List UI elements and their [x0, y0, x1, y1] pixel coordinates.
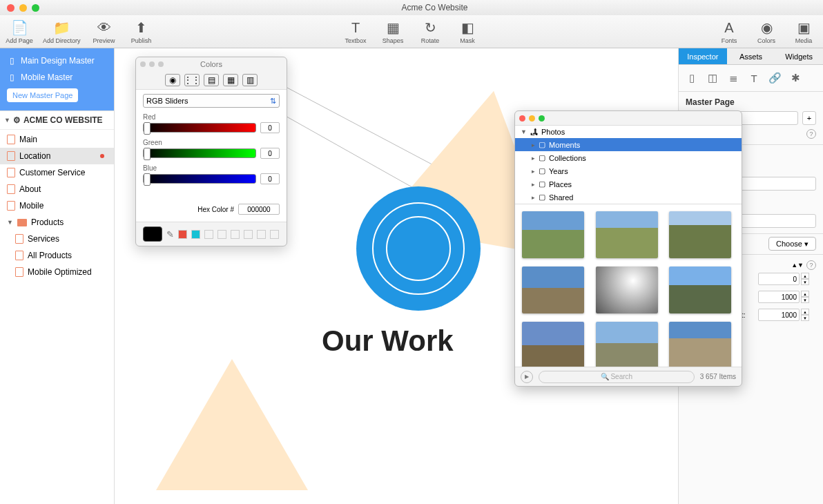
spectrum-icon[interactable]: ▦ [223, 74, 238, 86]
layout-value-input[interactable] [758, 273, 800, 285]
sidebar-page-item[interactable]: Mobile [0, 197, 114, 214]
layout-value-input[interactable] [758, 309, 800, 321]
close-icon[interactable] [7, 4, 14, 12]
add-page-button[interactable]: 📄Add Page [6, 18, 33, 44]
empty-swatch[interactable] [270, 230, 279, 239]
slider-mode-select[interactable]: RGB Sliders⇅ [143, 94, 280, 108]
photos-root[interactable]: ▼🏞 Photos [515, 126, 742, 138]
media-button[interactable]: ▣Media [790, 18, 817, 44]
current-color-swatch[interactable] [143, 226, 162, 242]
fonts-button[interactable]: AFonts [715, 18, 743, 44]
publish-button[interactable]: ⬆Publish [128, 18, 155, 44]
rotate-button[interactable]: ↻Rotate [416, 18, 444, 44]
blue-slider[interactable] [143, 174, 256, 184]
master-item[interactable]: ▯Main Design Master [0, 52, 114, 69]
hex-input[interactable] [238, 204, 280, 215]
preview-icon: 👁 [95, 18, 114, 37]
empty-swatch[interactable] [257, 230, 266, 239]
settings-icon[interactable]: ✱ [788, 70, 803, 86]
preview-button[interactable]: 👁Preview [90, 18, 118, 44]
sliders-icon[interactable]: ⋮⋮ [184, 74, 200, 86]
stepper[interactable]: ▲▼ [801, 309, 809, 321]
tab-assets[interactable]: Assets [727, 48, 775, 64]
red-slider[interactable] [143, 123, 256, 133]
tree-item[interactable]: ▸▢Years [515, 164, 742, 177]
zoom-icon[interactable] [539, 115, 545, 122]
minimize-icon[interactable] [19, 4, 27, 12]
tree-item[interactable]: ▸▢Places [515, 177, 742, 191]
photo-thumbnail[interactable] [522, 322, 584, 367]
master-item[interactable]: ▯Mobile Master [0, 69, 114, 86]
sidebar-page-item[interactable]: Location [0, 148, 114, 164]
window-traffic-lights[interactable] [7, 4, 39, 12]
red-value[interactable] [260, 122, 280, 133]
heading-text[interactable]: Our Work [322, 324, 454, 358]
minimize-icon[interactable] [529, 115, 535, 122]
green-slider[interactable] [143, 148, 256, 158]
metrics-icon[interactable]: ≣ [726, 70, 741, 86]
color-mode-tabs[interactable]: ◉ ⋮⋮ ▤ ▦ ▥ [136, 71, 287, 89]
sidebar-page-item[interactable]: All Products [0, 247, 114, 264]
triangle-shape[interactable] [156, 359, 308, 490]
crayons-icon[interactable]: ▥ [242, 74, 258, 86]
photo-thumbnail[interactable] [522, 211, 584, 258]
help-icon[interactable]: ? [806, 260, 816, 270]
sidebar-page-item[interactable]: Services [0, 231, 114, 247]
play-icon[interactable]: ▶ [521, 371, 533, 383]
photo-thumbnail[interactable] [669, 322, 731, 367]
circle-logo[interactable] [356, 186, 481, 311]
sidebar-page-item[interactable]: Mobile Optimized [0, 264, 114, 280]
photo-thumbnail[interactable] [596, 211, 658, 258]
sidebar-page-item[interactable]: ▼ Products [0, 214, 114, 231]
inspector-toolbar: ▯ ◫ ≣ T 🔗 ✱ [679, 65, 823, 92]
choose-button[interactable]: Choose ▾ [768, 237, 816, 251]
stepper[interactable]: ▲▼ [801, 273, 809, 285]
tab-inspector[interactable]: Inspector [679, 48, 727, 64]
tree-item[interactable]: ▸▢Shared [515, 191, 742, 204]
add-directory-button[interactable]: 📁Add Directory [43, 18, 81, 44]
photo-thumbnail[interactable] [669, 211, 731, 258]
stepper[interactable]: ▲▼ [801, 291, 809, 303]
recent-swatch[interactable] [191, 230, 200, 239]
photo-thumbnail[interactable] [669, 266, 731, 313]
tab-widgets[interactable]: Widgets [775, 48, 823, 64]
green-value[interactable] [260, 148, 280, 159]
empty-swatch[interactable] [244, 230, 253, 239]
wheel-icon[interactable]: ◉ [165, 74, 180, 86]
palette-icon[interactable]: ▤ [204, 74, 219, 86]
help-icon[interactable]: ? [806, 129, 816, 139]
tree-item[interactable]: ▸▢Collections [515, 151, 742, 164]
media-browser-panel[interactable]: ▼🏞 Photos ▸▢Moments▸▢Collections▸▢Years▸… [514, 110, 742, 387]
layout-icon[interactable]: ◫ [705, 70, 720, 86]
empty-swatch[interactable] [217, 230, 226, 239]
search-input[interactable]: 🔍 Search [539, 371, 695, 383]
page-icon[interactable]: ▯ [684, 70, 699, 86]
eyedropper-icon[interactable]: ✎ [166, 229, 174, 240]
close-icon[interactable] [519, 115, 525, 122]
zoom-icon[interactable] [32, 4, 39, 12]
link-icon[interactable]: 🔗 [767, 70, 782, 86]
new-master-button[interactable]: New Master Page [7, 88, 78, 102]
sidebar-page-item[interactable]: About [0, 181, 114, 197]
empty-swatch[interactable] [231, 230, 240, 239]
shapes-button[interactable]: ▦Shapes [379, 18, 407, 44]
photo-thumbnail[interactable] [596, 266, 658, 313]
colors-button[interactable]: ◉Colors [753, 18, 780, 44]
blue-value[interactable] [260, 173, 280, 184]
colors-panel[interactable]: Colors ◉ ⋮⋮ ▤ ▦ ▥ RGB Sliders⇅ Red Green… [135, 57, 287, 246]
empty-swatch[interactable] [204, 230, 213, 239]
textbox-button[interactable]: TTextbox [342, 18, 369, 44]
photo-thumbnail[interactable] [596, 322, 658, 367]
text-icon[interactable]: T [746, 70, 762, 86]
add-button[interactable]: + [802, 111, 816, 125]
mask-button[interactable]: ◧Mask [454, 18, 481, 44]
tree-item[interactable]: ▸▢Moments [515, 138, 742, 151]
recent-swatch[interactable] [178, 230, 187, 239]
sidebar-page-item[interactable]: Main [0, 131, 114, 148]
colors-icon: ◉ [757, 18, 776, 37]
photo-thumbnail[interactable] [522, 266, 584, 313]
album-icon: ▢ [539, 166, 545, 175]
site-header[interactable]: ▼ ⚙ ACME CO WEBSITE [0, 110, 114, 130]
layout-value-input[interactable] [758, 291, 800, 303]
sidebar-page-item[interactable]: Customer Service [0, 164, 114, 181]
